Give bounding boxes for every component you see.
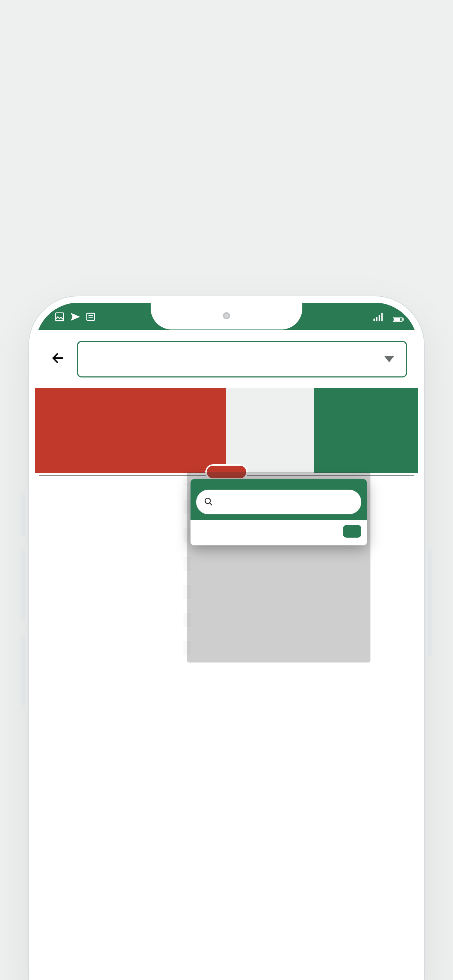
front-camera-icon xyxy=(223,312,230,319)
send-icon xyxy=(70,311,80,322)
svg-rect-0 xyxy=(56,313,64,321)
timestamp xyxy=(226,388,314,427)
stock-index-select[interactable] xyxy=(77,341,407,377)
svg-rect-5 xyxy=(376,317,377,321)
cancel-button[interactable] xyxy=(343,525,361,538)
svg-rect-6 xyxy=(379,315,380,321)
col-ltp-pr xyxy=(314,427,418,473)
svg-rect-4 xyxy=(374,318,375,321)
marketing-hero xyxy=(35,39,432,60)
pr-summary xyxy=(314,388,418,427)
search-input[interactable] xyxy=(218,496,353,508)
svg-point-12 xyxy=(205,498,210,503)
phone-mockup xyxy=(29,296,424,980)
phone-side-button xyxy=(21,494,25,536)
col-oi xyxy=(35,427,99,473)
modal-search[interactable] xyxy=(196,490,361,514)
signal-icon xyxy=(373,311,383,322)
stock-index-modal xyxy=(191,479,367,546)
chevron-down-icon xyxy=(384,356,394,362)
obscured-data-hint xyxy=(183,472,191,662)
phone-side-button xyxy=(428,550,432,656)
app-screen xyxy=(35,303,418,980)
svg-rect-10 xyxy=(402,318,404,320)
summary-strip xyxy=(35,388,418,427)
col-volume xyxy=(99,427,166,473)
svg-rect-7 xyxy=(381,313,383,321)
search-icon xyxy=(204,495,213,509)
ce-summary xyxy=(35,388,226,427)
modal-title xyxy=(196,485,361,490)
gallery-icon xyxy=(54,311,65,322)
phone-side-button xyxy=(21,635,25,706)
news-icon xyxy=(85,311,96,322)
svg-rect-9 xyxy=(394,318,400,321)
phone-notch xyxy=(151,303,302,329)
svg-line-13 xyxy=(210,503,212,505)
back-button[interactable] xyxy=(46,346,70,372)
app-header xyxy=(35,330,418,388)
battery-icon xyxy=(393,311,404,322)
phone-side-button xyxy=(21,550,25,621)
